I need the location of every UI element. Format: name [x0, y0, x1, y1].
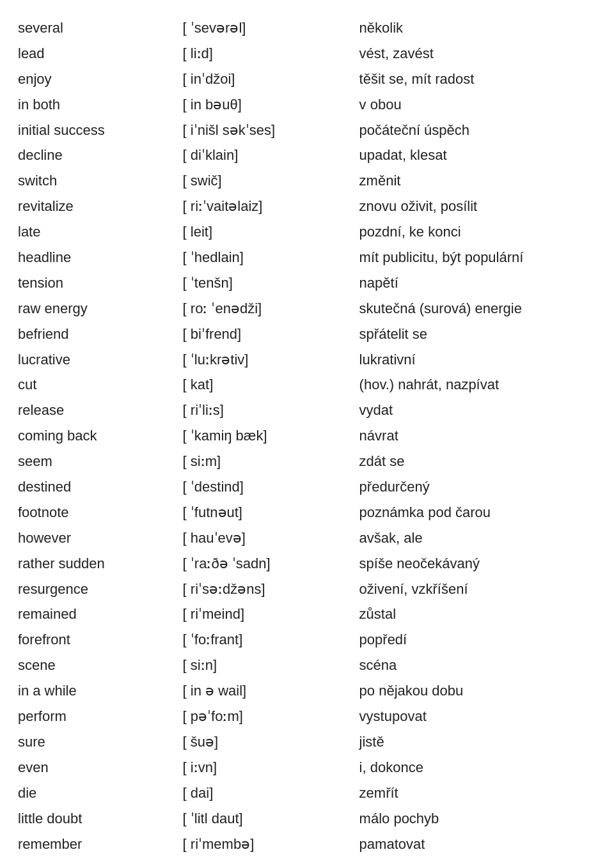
word-cell: destined: [13, 474, 178, 500]
table-row: switch[ swič]změnit: [13, 168, 601, 194]
table-row: seem[ siːm]zdát se: [13, 449, 601, 474]
table-row: enjoy[ inˈdžoi]těšit se, mít radost: [13, 66, 601, 92]
word-cell: in a while: [13, 678, 178, 704]
phonetic-cell: [ dai]: [178, 780, 354, 806]
word-cell: headline: [13, 245, 178, 270]
translation-cell: upadat, klesat: [354, 143, 601, 168]
phonetic-cell: [ ˈlitl daut]: [178, 806, 354, 832]
translation-cell: avšak, ale: [354, 525, 601, 551]
translation-cell: počáteční úspěch: [354, 118, 601, 143]
table-row: remained[ riˈmeind]zůstal: [13, 601, 601, 627]
phonetic-cell: [ leit]: [178, 219, 354, 245]
word-cell: however: [13, 525, 178, 551]
table-row: forefront[ ˈfoːfrant]popředí: [13, 627, 601, 653]
table-row: raw energy[ roː ˈenədži]skutečná (surová…: [13, 296, 601, 322]
word-cell: cut: [13, 372, 178, 398]
translation-cell: vystupovat: [354, 704, 601, 729]
table-row: remember[ riˈmembə]pamatovat: [13, 832, 601, 857]
translation-cell: scéna: [354, 653, 601, 678]
table-row: in a while[ in ə wail]po nějakou dobu: [13, 678, 601, 704]
translation-cell: (hov.) nahrát, nazpívat: [354, 372, 601, 398]
word-cell: several: [13, 15, 178, 41]
phonetic-cell: [ ˈsevərəl]: [178, 15, 354, 41]
phonetic-cell: [ roː ˈenədži]: [178, 296, 354, 322]
translation-cell: návrat: [354, 423, 601, 449]
word-cell: release: [13, 398, 178, 423]
word-cell: initial success: [13, 118, 178, 143]
phonetic-cell: [ iˈnišl səkˈses]: [178, 118, 354, 143]
table-row: in both[ in bəuθ]v obou: [13, 92, 601, 118]
table-row: lead[ liːd]vést, zavést: [13, 41, 601, 66]
phonetic-cell: [ šuə]: [178, 729, 354, 755]
phonetic-cell: [ riˈliːs]: [178, 398, 354, 423]
table-row: coming back[ ˈkamiŋ bæk]návrat: [13, 423, 601, 449]
table-row: perform[ pəˈfoːm]vystupovat: [13, 704, 601, 729]
table-row: die[ dai]zemřít: [13, 780, 601, 806]
translation-cell: těšit se, mít radost: [354, 66, 601, 92]
translation-cell: zemřít: [354, 780, 601, 806]
table-row: befriend[ biˈfrend]spřátelit se: [13, 322, 601, 347]
table-row: however[ hauˈevə]avšak, ale: [13, 525, 601, 551]
phonetic-cell: [ ˈfoːfrant]: [178, 627, 354, 653]
translation-cell: zůstal: [354, 601, 601, 627]
translation-cell: znovu oživit, posílit: [354, 194, 601, 219]
translation-cell: oživení, vzkříšení: [354, 577, 601, 602]
table-row: little doubt[ ˈlitl daut]málo pochyb: [13, 806, 601, 832]
word-cell: decline: [13, 143, 178, 168]
phonetic-cell: [ ˈhedlain]: [178, 245, 354, 270]
translation-cell: vydat: [354, 398, 601, 423]
translation-cell: zdát se: [354, 449, 601, 474]
word-cell: late: [13, 219, 178, 245]
word-cell: die: [13, 780, 178, 806]
translation-cell: málo pochyb: [354, 806, 601, 832]
word-cell: rather sudden: [13, 551, 178, 577]
translation-cell: vést, zavést: [354, 41, 601, 66]
word-cell: perform: [13, 704, 178, 729]
word-cell: lucrative: [13, 347, 178, 373]
phonetic-cell: [ ˈraːðə ˈsadn]: [178, 551, 354, 577]
word-cell: coming back: [13, 423, 178, 449]
phonetic-cell: [ liːd]: [178, 41, 354, 66]
translation-cell: jistě: [354, 729, 601, 755]
phonetic-cell: [ siːm]: [178, 449, 354, 474]
translation-cell: pozdní, ke konci: [354, 219, 601, 245]
word-cell: switch: [13, 168, 178, 194]
word-cell: resurgence: [13, 577, 178, 602]
phonetic-cell: [ riˈmeind]: [178, 601, 354, 627]
phonetic-cell: [ pəˈfoːm]: [178, 704, 354, 729]
table-row: late[ leit]pozdní, ke konci: [13, 219, 601, 245]
phonetic-cell: [ inˈdžoi]: [178, 66, 354, 92]
phonetic-cell: [ biˈfrend]: [178, 322, 354, 347]
phonetic-cell: [ ˈkamiŋ bæk]: [178, 423, 354, 449]
table-row: sure[ šuə]jistě: [13, 729, 601, 755]
word-cell: even: [13, 755, 178, 780]
vocabulary-table: several[ ˈsevərəl]několiklead[ liːd]vést…: [13, 15, 601, 856]
phonetic-cell: [ in bəuθ]: [178, 92, 354, 118]
phonetic-cell: [ kat]: [178, 372, 354, 398]
word-cell: forefront: [13, 627, 178, 653]
table-row: several[ ˈsevərəl]několik: [13, 15, 601, 41]
translation-cell: pamatovat: [354, 832, 601, 857]
word-cell: lead: [13, 41, 178, 66]
translation-cell: mít publicitu, být populární: [354, 245, 601, 270]
table-row: even[ iːvn]i, dokonce: [13, 755, 601, 780]
phonetic-cell: [ diˈklain]: [178, 143, 354, 168]
phonetic-cell: [ ˈfutnəut]: [178, 500, 354, 525]
translation-cell: poznámka pod čarou: [354, 500, 601, 525]
table-row: rather sudden[ ˈraːðə ˈsadn]spíše neoček…: [13, 551, 601, 577]
word-cell: sure: [13, 729, 178, 755]
word-cell: footnote: [13, 500, 178, 525]
word-cell: scene: [13, 653, 178, 678]
translation-cell: lukrativní: [354, 347, 601, 373]
table-row: headline[ ˈhedlain]mít publicitu, být po…: [13, 245, 601, 270]
table-row: footnote[ ˈfutnəut]poznámka pod čarou: [13, 500, 601, 525]
table-row: revitalize[ riːˈvaitəlaiz]znovu oživit, …: [13, 194, 601, 219]
phonetic-cell: [ in ə wail]: [178, 678, 354, 704]
translation-cell: několik: [354, 15, 601, 41]
translation-cell: napětí: [354, 270, 601, 296]
table-row: release[ riˈliːs]vydat: [13, 398, 601, 423]
phonetic-cell: [ riˈsəːdžəns]: [178, 577, 354, 602]
word-cell: revitalize: [13, 194, 178, 219]
translation-cell: spřátelit se: [354, 322, 601, 347]
table-row: cut[ kat](hov.) nahrát, nazpívat: [13, 372, 601, 398]
